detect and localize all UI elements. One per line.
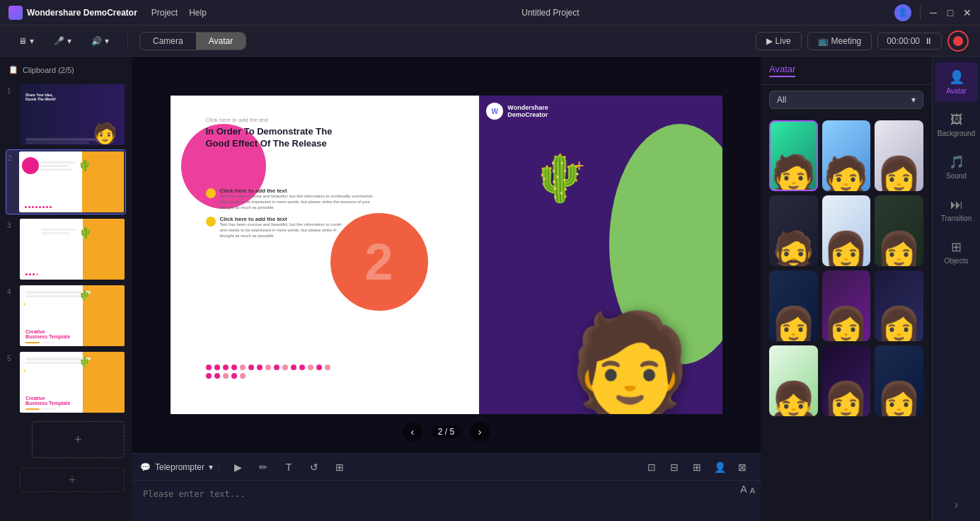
pen-btn[interactable]: ✏: [253, 457, 273, 477]
sidebar-item-avatar[interactable]: 👤 Avatar: [935, 62, 978, 102]
dot-decoration: [206, 365, 333, 379]
slide-navigation: ‹ 2 / 5 ›: [403, 422, 490, 442]
font-size-small-btn[interactable]: A: [750, 486, 755, 495]
app-name: Wondershare DemoCreator: [27, 8, 137, 18]
teleprompter-toolbar: 💬 Teleprompter ▾ ▶ ✏ T ↺ ⊞ ⊡ ⊟ ⊞ 👤 ⊠: [132, 454, 761, 481]
slide-item[interactable]: 3 🌵: [6, 217, 126, 281]
transition-icon-label: Transition: [941, 214, 972, 222]
maximize-button[interactable]: □: [946, 8, 955, 17]
record-button[interactable]: [947, 30, 969, 52]
add-clip-button[interactable]: +: [20, 468, 125, 492]
next-slide-btn[interactable]: ›: [470, 422, 490, 442]
avatar-card[interactable]: 👩: [875, 345, 923, 416]
screen-capture-btn[interactable]: 🖥 ▾: [11, 33, 41, 49]
portrait-layout-btn[interactable]: ⊟: [664, 457, 684, 477]
slide-number-2: 2: [8, 154, 15, 162]
menu-help[interactable]: Help: [189, 8, 207, 18]
avatar-toggle-btn[interactable]: Avatar: [196, 33, 246, 50]
slide-counter: 2 / 5: [431, 425, 461, 438]
grid-btn[interactable]: ⊠: [732, 457, 752, 477]
text-btn[interactable]: T: [279, 457, 299, 477]
avatar-card[interactable]: 🧑: [822, 120, 871, 191]
widescreen-btn[interactable]: ⊞: [687, 457, 707, 477]
avatar-card[interactable]: 👩: [822, 345, 871, 416]
preview-area: Click here to add the text In Order To D…: [132, 57, 761, 453]
bullet-1-title[interactable]: Click here to add the text: [220, 188, 376, 194]
speaker-btn[interactable]: 🔊 ▾: [84, 33, 116, 49]
slide-thumbnail-2: 🌵: [19, 151, 124, 212]
slide-item[interactable]: 5 🌵 + CreativeBusiness Template: [6, 350, 126, 414]
bullet-item-1: Click here to add the text Text has been…: [206, 188, 376, 210]
avatar-card[interactable]: 🧑: [769, 120, 818, 191]
avatar-figure-1: 🧑: [771, 156, 817, 190]
camera-btn[interactable]: Camera: [140, 33, 196, 50]
avatar-filter-select[interactable]: All ▾: [769, 91, 923, 109]
prev-slide-btn[interactable]: ‹: [403, 422, 422, 442]
minimize-button[interactable]: ─: [929, 8, 938, 17]
loop-btn[interactable]: ↺: [304, 457, 324, 477]
right-panel: Avatar All ▾ 🧑 🧑: [761, 57, 980, 521]
slide-number-4: 4: [7, 288, 16, 296]
avatar-card[interactable]: 🧔: [769, 195, 818, 266]
teleprompter-label: 💬 Teleprompter ▾: [140, 462, 219, 472]
bullet-icon-1: [206, 188, 216, 198]
avatar-grid: 🧑 🧑 👩 🧔: [761, 115, 932, 422]
layout-btn[interactable]: ⊞: [330, 457, 350, 477]
side-scroll-right-btn[interactable]: ›: [935, 494, 978, 515]
avatar-figure-10: 👧: [771, 382, 817, 416]
avatar-tab[interactable]: Avatar: [769, 64, 795, 77]
screen-layout-btn[interactable]: ⊡: [642, 457, 662, 477]
sidebar-item-transition[interactable]: ⏭ Transition: [935, 190, 978, 229]
teleprompter-textarea[interactable]: [132, 483, 734, 515]
main-toolbar: 🖥 ▾ 🎤 ▾ 🔊 ▾ Camera Avatar ▶ Live 📺 Meeti…: [0, 25, 980, 57]
avatar-card[interactable]: 👧: [769, 345, 818, 416]
avatar-card[interactable]: 👩: [769, 270, 818, 341]
avatar-icon-label: Avatar: [946, 87, 967, 95]
record-group: ▶ Live 📺 Meeting 00:00:00 ⏸: [756, 30, 969, 52]
mic-icon: 🎤: [54, 36, 64, 46]
sidebar-item-sound[interactable]: 🎵 Sound: [935, 147, 978, 187]
window-title: Untitled Project: [221, 8, 880, 18]
screen-icon: 🖥: [18, 36, 27, 46]
background-icon: 🖼: [950, 113, 963, 127]
slide-item[interactable]: 2 🌵: [6, 149, 126, 214]
meeting-icon: 📺: [818, 36, 829, 46]
teleprompter-icon: 💬: [140, 462, 151, 472]
slide-thumbnail-5: 🌵 + CreativeBusiness Template: [20, 352, 125, 413]
avatar-card[interactable]: 👩: [822, 270, 871, 341]
meeting-btn[interactable]: 📺 Meeting: [807, 32, 872, 50]
menu-project[interactable]: Project: [151, 8, 178, 18]
live-btn[interactable]: ▶ Live: [756, 32, 802, 50]
side-icons-panel: 👤 Avatar 🖼 Background 🎵 Sound ⏭ Transiti…: [932, 57, 980, 521]
camera-avatar-toggle: Camera Avatar: [139, 32, 246, 50]
title-bar: Wondershare DemoCreator Project Help Unt…: [0, 0, 980, 25]
slide-number-5: 5: [7, 355, 16, 362]
main-slide: Click here to add the text In Order To D…: [171, 96, 722, 414]
clipboard-label: Clipboard (2/5): [23, 66, 74, 74]
avatar-card[interactable]: 👩: [875, 270, 923, 341]
person-btn[interactable]: 👤: [710, 457, 730, 477]
avatar-card[interactable]: 👩: [875, 120, 923, 191]
mic-btn[interactable]: 🎤 ▾: [47, 33, 79, 49]
sidebar-item-background[interactable]: 🖼 Background: [935, 105, 978, 144]
bullet-icon-2: [206, 217, 216, 227]
live-icon: ▶: [766, 36, 773, 46]
sound-icon: 🎵: [949, 154, 964, 170]
add-slide-button[interactable]: +: [32, 421, 125, 458]
avatar-card[interactable]: 👩: [822, 195, 871, 266]
objects-icon: ⊞: [951, 239, 962, 255]
slide-item[interactable]: 4 🌵 + CreativeBusiness Template: [6, 284, 126, 348]
sidebar-item-objects[interactable]: ⊞ Objects: [935, 232, 978, 272]
user-avatar-icon[interactable]: 👤: [894, 4, 911, 21]
avatar-figure-9: 👩: [876, 307, 922, 341]
avatar-card[interactable]: 👩: [875, 195, 923, 266]
play-btn[interactable]: ▶: [228, 457, 248, 477]
slide-item[interactable]: 1 Share Your Idea,Dazzle The World! 🧑: [6, 83, 126, 147]
wondershare-logo-area: W Wondershare DemoCreator: [479, 96, 722, 127]
close-button[interactable]: ✕: [963, 8, 972, 17]
slide-main-title[interactable]: In Order To Demonstrate The Good Effect …: [206, 126, 347, 150]
font-size-large-btn[interactable]: A: [740, 483, 746, 495]
slide-number-1: 1: [7, 87, 16, 95]
teleprompter-dropdown-icon[interactable]: ▾: [209, 462, 213, 472]
clipboard-icon: 📋: [8, 65, 18, 74]
